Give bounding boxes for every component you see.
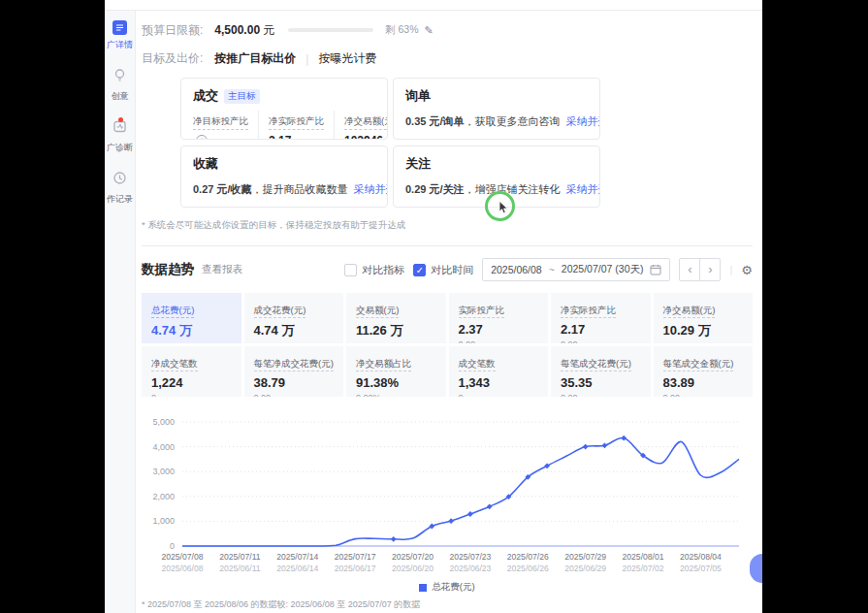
notification-dot (118, 117, 123, 122)
metric-tile[interactable]: 实际投产比 2.37 0.00 (449, 293, 549, 343)
settings-gear-icon[interactable]: ⚙ (741, 263, 753, 277)
metric-tile[interactable]: 成交笔数 1,343 0 (449, 346, 549, 397)
svg-text:3,000: 3,000 (152, 467, 175, 476)
creative-icon (113, 68, 127, 86)
svg-text:2025/07/23: 2025/07/23 (449, 552, 491, 562)
sidebar-item-history[interactable]: 作记录 (105, 171, 136, 206)
compare-time-checkbox[interactable]: 对比时间 (413, 263, 473, 277)
svg-text:2025/07/11: 2025/07/11 (219, 552, 261, 562)
card-favorite-title: 收藏 (193, 155, 218, 173)
footnote-compare-range: * 2025/07/08 至 2025/08/06 的数据较: 2025/06/… (142, 597, 753, 612)
metric-tile[interactable]: 每笔成交花费(元) 35.35 0.00 (551, 346, 651, 397)
option-divider: | (305, 52, 308, 66)
compare-date-range-input[interactable]: 2025/06/08 ~ 2025/07/07 (30天) (482, 258, 670, 281)
svg-text:2025/07/08: 2025/07/08 (161, 552, 203, 562)
svg-text:2025/07/29: 2025/07/29 (564, 552, 606, 562)
info-icon[interactable]: i (196, 135, 208, 140)
metric-tile[interactable]: 每笔净成交花费(元) 38.79 0.00 (244, 346, 344, 397)
card-inquiry-title: 询单 (405, 87, 431, 105)
svg-text:2025/06/11: 2025/06/11 (219, 564, 261, 573)
bidding-row: 目标及出价: 按推广目标出价 | 按曝光计费 (142, 50, 753, 67)
svg-text:2025/06/26: 2025/06/26 (507, 564, 549, 573)
adopt-enable-link[interactable]: 采纳并开启 (566, 183, 600, 195)
metric-actual-roi: 净实际投产比 2.17 (258, 111, 334, 140)
budget-unit: 元 (263, 22, 274, 39)
svg-text:4,000: 4,000 (152, 442, 175, 452)
bid-option-goal[interactable]: 按推广目标出价 (214, 50, 296, 67)
legend-label: 总花费(元) (432, 581, 474, 594)
svg-text:2,000: 2,000 (152, 492, 175, 501)
metric-net-gmv: 净交易额(元) 102946.60 (334, 111, 388, 140)
sidebar-item-label: 广诊断 (107, 142, 133, 154)
svg-text:2025/06/08: 2025/06/08 (161, 564, 203, 573)
chart-legend: 总花费(元) (142, 581, 753, 594)
primary-goal-badge: 主目标 (224, 89, 260, 104)
sidebar-item-label: 作记录 (107, 193, 133, 206)
metric-tile[interactable]: 净交易额(元) 10.29 万 0.00 (654, 293, 754, 343)
metric-tile[interactable]: 净交易额占比 91.38% 0.00% (346, 346, 446, 397)
campaign-detail-icon (113, 20, 127, 35)
metric-tile[interactable]: 净实际投产比 2.17 0.00 (551, 293, 651, 343)
metric-tile[interactable]: 每笔成交金额(元) 83.89 0.00 (654, 346, 754, 397)
card-deal: 成交 主目标 净目标投产比i 2.45✎ 净实际投产比 2.17 (180, 78, 388, 140)
svg-text:2025/07/26: 2025/07/26 (507, 552, 549, 562)
card-follow-title: 关注 (405, 155, 431, 173)
sidebar-item-diagnosis[interactable]: 广诊断 (105, 119, 136, 154)
svg-text:2025/08/04: 2025/08/04 (680, 552, 722, 562)
edit-budget-icon[interactable]: ✎ (425, 24, 434, 37)
app-window: 广详情 创意 广诊断 作记录 (105, 0, 762, 613)
trend-chart-container: 01,0002,0003,0004,0005,0002025/07/082025… (142, 410, 753, 581)
svg-text:2025/06/29: 2025/06/29 (564, 564, 606, 573)
history-icon (113, 171, 127, 189)
svg-text:2025/07/14: 2025/07/14 (276, 552, 318, 562)
svg-text:2025/06/20: 2025/06/20 (392, 564, 434, 573)
svg-text:5,000: 5,000 (152, 417, 175, 427)
click-highlight-ring (485, 191, 515, 221)
card-favorite: 收藏 0.27 元/收藏，提升商品收藏数量采纳并开启 (180, 145, 388, 208)
svg-text:2025/07/17: 2025/07/17 (335, 552, 376, 562)
sidebar-item-creative[interactable]: 创意 (105, 68, 136, 103)
adopt-enable-link[interactable]: 采纳并开启 (354, 183, 388, 195)
bid-option-impression[interactable]: 按曝光计费 (318, 50, 376, 67)
trends-title: 数据趋势 (142, 261, 194, 278)
svg-text:2025/08/01: 2025/08/01 (623, 552, 664, 562)
checkbox-checked-icon (413, 264, 426, 276)
svg-text:2025/07/20: 2025/07/20 (392, 552, 434, 562)
svg-text:0: 0 (170, 541, 175, 551)
metric-tile[interactable]: 成交花费(元) 4.74 万 0.00 (244, 293, 344, 343)
svg-text:1,000: 1,000 (152, 516, 175, 526)
metric-tile[interactable]: 净成交笔数 1,224 0 (142, 346, 241, 397)
budget-remaining: 剩 63% (385, 23, 418, 37)
metric-tile[interactable]: 总花费(元) 4.74 万 0.00 (142, 293, 241, 343)
next-period-button[interactable]: › (699, 259, 720, 280)
goal-cards: 成交 主目标 净目标投产比i 2.45✎ 净实际投产比 2.17 (180, 78, 753, 208)
data-trends-section: 数据趋势 查看报表 对比指标 对比时间 2025/06/08 (142, 245, 753, 613)
date-nav: ‹ › (679, 258, 721, 281)
card-deal-title: 成交 (193, 87, 218, 105)
trend-line-chart: 01,0002,0003,0004,0005,0002025/07/082025… (142, 410, 751, 577)
budget-progress-bar[interactable] (288, 28, 373, 32)
sidebar: 广详情 创意 广诊断 作记录 (105, 11, 136, 613)
view-report-link[interactable]: 查看报表 (202, 263, 242, 276)
daily-budget-row: 预算日限额: 4,500.00 元 剩 63% ✎ (142, 20, 753, 40)
metric-tile[interactable]: 交易额(元) 11.26 万 0.00 (346, 293, 446, 343)
sidebar-item-label: 创意 (112, 90, 129, 103)
metric-target-roi: 净目标投产比i 2.45✎ (193, 111, 258, 140)
bidding-label: 目标及出价: (142, 50, 203, 67)
mouse-cursor-icon (498, 201, 510, 214)
metric-tiles: 总花费(元) 4.74 万 0.00 成交花费(元) 4.74 万 0.00 交… (142, 293, 753, 397)
adopt-enable-link[interactable]: 采纳并开启 (566, 115, 600, 127)
svg-text:2025/06/23: 2025/06/23 (449, 564, 491, 573)
svg-text:2025/06/17: 2025/06/17 (335, 564, 376, 573)
checkbox-unchecked-icon (344, 264, 357, 276)
diagnosis-icon (113, 119, 127, 138)
svg-text:2025/06/14: 2025/06/14 (276, 564, 318, 573)
sidebar-item-label: 广详情 (107, 39, 133, 51)
svg-text:2025/07/02: 2025/07/02 (623, 564, 664, 573)
card-inquiry: 询单 0.35 元/询单，获取更多意向咨询采纳并开启 (393, 78, 600, 140)
prev-period-button[interactable]: ‹ (680, 259, 699, 280)
chart-footnotes: * 2025/07/08 至 2025/08/06 的数据较: 2025/06/… (142, 597, 753, 613)
top-border (105, 0, 762, 11)
sidebar-item-campaign-detail[interactable]: 广详情 (105, 20, 136, 51)
compare-metric-checkbox[interactable]: 对比指标 (344, 263, 404, 277)
